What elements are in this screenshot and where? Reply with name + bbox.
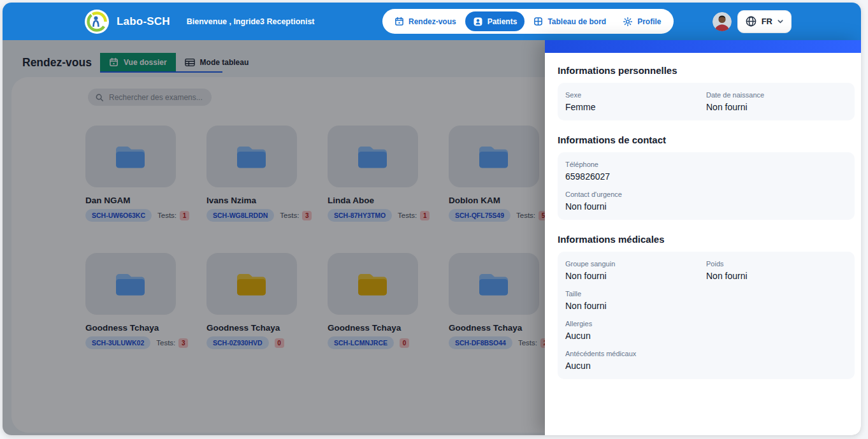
nav-item-label: Tableau de bord bbox=[547, 17, 606, 26]
globe-icon bbox=[745, 15, 757, 27]
patient-details-drawer: Informations personnelles Sexe Femme Dat… bbox=[545, 40, 861, 435]
field-value: Non fourni bbox=[706, 271, 847, 281]
section-title: Informations de contact bbox=[558, 134, 855, 145]
field-label: Sexe bbox=[565, 91, 706, 99]
info-field: Poids Non fourni bbox=[706, 260, 847, 281]
info-field: Date de naissance Non fourni bbox=[706, 91, 847, 112]
nav-item-patients[interactable]: Patients bbox=[465, 11, 525, 31]
field-value: 659826027 bbox=[565, 171, 847, 182]
info-field: Allergies Aucun bbox=[565, 320, 847, 341]
field-label: Date de naissance bbox=[706, 91, 847, 99]
nav-item-label: Rendez-vous bbox=[409, 17, 456, 26]
nav-item-label: Patients bbox=[488, 17, 517, 26]
field-label: Poids bbox=[706, 260, 847, 268]
chevron-down-icon bbox=[777, 18, 784, 25]
info-field: Taille Non fourni bbox=[565, 290, 847, 311]
field-value: Aucun bbox=[565, 331, 847, 341]
patients-icon bbox=[473, 17, 483, 27]
field-value: Non fourni bbox=[565, 271, 706, 281]
info-field: Groupe sanguin Non fourni bbox=[565, 260, 706, 281]
field-label: Antécédents médicaux bbox=[565, 350, 847, 357]
drawer-section: Informations de contact Téléphone 659826… bbox=[558, 134, 855, 220]
language-label: FR bbox=[762, 17, 772, 26]
info-field: Antécédents médicaux Aucun bbox=[565, 350, 847, 371]
field-value: Non fourni bbox=[706, 102, 847, 112]
field-value: Non fourni bbox=[565, 201, 847, 212]
calendar-icon bbox=[394, 17, 404, 26]
avatar[interactable] bbox=[712, 12, 732, 31]
field-label: Taille bbox=[565, 290, 847, 298]
info-field: Téléphone 659826027 bbox=[565, 161, 847, 182]
drawer-accent-bar bbox=[545, 40, 861, 53]
field-label: Contact d'urgence bbox=[565, 191, 847, 198]
info-field: Contact d'urgence Non fourni bbox=[565, 191, 847, 212]
dashboard-icon bbox=[533, 17, 543, 26]
section-card: Sexe Femme Date de naissance Non fourni bbox=[558, 83, 855, 120]
section-card: Téléphone 659826027 Contact d'urgence No… bbox=[558, 152, 855, 220]
field-value: Femme bbox=[565, 102, 706, 112]
field-label: Groupe sanguin bbox=[565, 260, 706, 268]
section-title: Informations personnelles bbox=[558, 65, 855, 76]
field-value: Aucun bbox=[565, 361, 847, 371]
drawer-section: Informations médicales Groupe sanguin No… bbox=[558, 234, 855, 379]
language-selector[interactable]: FR bbox=[737, 10, 792, 33]
brand-title: Labo-SCH bbox=[117, 15, 170, 28]
gear-icon bbox=[623, 17, 633, 27]
main-nav: Rendez-vous Patients Tableau de bord Pro… bbox=[382, 9, 674, 34]
nav-item-profile[interactable]: Profile bbox=[615, 11, 669, 31]
field-label: Téléphone bbox=[565, 161, 847, 168]
topbar: Labo-SCH Bienvenue , Ingride3 Receptioni… bbox=[3, 3, 861, 40]
welcome-text: Bienvenue , Ingride3 Receptionist bbox=[187, 17, 315, 26]
info-field: Sexe Femme bbox=[565, 91, 706, 112]
section-card: Groupe sanguin Non fourni Poids Non four… bbox=[558, 252, 855, 379]
nav-item-tableau-de-bord[interactable]: Tableau de bord bbox=[526, 11, 614, 31]
app-logo-icon bbox=[85, 10, 109, 34]
drawer-body: Informations personnelles Sexe Femme Dat… bbox=[545, 53, 861, 392]
topbar-right: FR bbox=[712, 3, 792, 40]
section-title: Informations médicales bbox=[558, 234, 855, 245]
field-label: Allergies bbox=[565, 320, 847, 327]
nav-item-rendez-vous[interactable]: Rendez-vous bbox=[387, 11, 464, 31]
drawer-section: Informations personnelles Sexe Femme Dat… bbox=[558, 65, 855, 120]
field-value: Non fourni bbox=[565, 301, 847, 311]
app-window: Labo-SCH Bienvenue , Ingride3 Receptioni… bbox=[3, 3, 861, 435]
nav-item-label: Profile bbox=[637, 17, 661, 26]
